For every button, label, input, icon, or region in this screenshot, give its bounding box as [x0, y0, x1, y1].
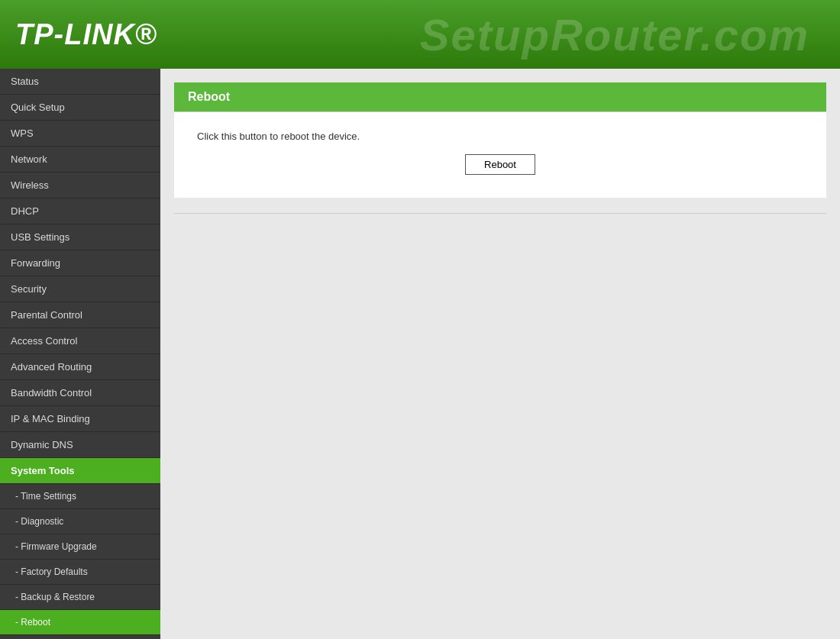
page-title: Reboot: [174, 82, 826, 111]
sidebar-item-backup-restore[interactable]: - Backup & Restore: [0, 585, 160, 610]
sidebar-item-wps[interactable]: WPS: [0, 121, 160, 147]
sidebar-item-quick-setup[interactable]: Quick Setup: [0, 95, 160, 121]
sidebar-item-reboot[interactable]: - Reboot: [0, 610, 160, 635]
sidebar-item-system-tools[interactable]: System Tools: [0, 458, 160, 484]
description-text: Click this button to reboot the device.: [197, 131, 803, 142]
sidebar-item-password[interactable]: - Password: [0, 635, 160, 639]
content-area: Reboot Click this button to reboot the d…: [160, 69, 840, 639]
sidebar-item-diagnostic[interactable]: - Diagnostic: [0, 509, 160, 534]
sidebar-item-dhcp[interactable]: DHCP: [0, 198, 160, 224]
main-layout: StatusQuick SetupWPSNetworkWirelessDHCPU…: [0, 69, 840, 639]
sidebar-item-usb-settings[interactable]: USB Settings: [0, 224, 160, 250]
sidebar-item-access-control[interactable]: Access Control: [0, 328, 160, 354]
watermark: SetupRouter.com: [420, 9, 809, 60]
header: TP-LINK® SetupRouter.com: [0, 0, 840, 69]
sidebar-item-wireless[interactable]: Wireless: [0, 173, 160, 198]
sidebar-item-firmware-upgrade[interactable]: - Firmware Upgrade: [0, 534, 160, 560]
sidebar-item-time-settings[interactable]: - Time Settings: [0, 484, 160, 509]
sidebar-item-parental-control[interactable]: Parental Control: [0, 302, 160, 328]
sidebar-item-factory-defaults[interactable]: - Factory Defaults: [0, 560, 160, 585]
sidebar-item-dynamic-dns[interactable]: Dynamic DNS: [0, 432, 160, 458]
sidebar-item-status[interactable]: Status: [0, 69, 160, 95]
sidebar-item-ip-mac-binding[interactable]: IP & MAC Binding: [0, 406, 160, 432]
divider-bottom: [174, 213, 826, 214]
sidebar-item-network[interactable]: Network: [0, 147, 160, 173]
sidebar-item-forwarding[interactable]: Forwarding: [0, 250, 160, 276]
reboot-button[interactable]: Reboot: [465, 154, 535, 175]
reboot-button-container: Reboot: [197, 154, 803, 175]
content-body: Click this button to reboot the device. …: [174, 112, 826, 198]
sidebar-item-bandwidth-control[interactable]: Bandwidth Control: [0, 380, 160, 406]
sidebar: StatusQuick SetupWPSNetworkWirelessDHCPU…: [0, 69, 160, 639]
sidebar-item-advanced-routing[interactable]: Advanced Routing: [0, 354, 160, 380]
sidebar-item-security[interactable]: Security: [0, 276, 160, 302]
logo: TP-LINK®: [15, 18, 157, 51]
